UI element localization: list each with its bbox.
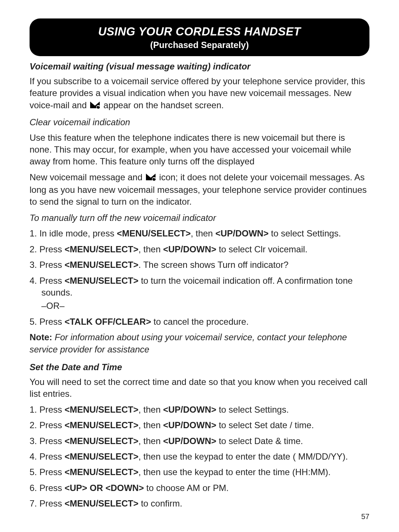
dt-step-4: 4. Press <MENU/SELECT>, then use the key… [30,451,369,463]
key-menu-select: <MENU/SELECT> [65,260,139,270]
text: appear on the handset screen. [101,100,224,110]
datetime-para: You will need to set the correct time an… [30,376,369,400]
text: 5. Press [30,317,65,327]
text: New voicemail message and [30,172,145,182]
key-menu-select: <MENU/SELECT> [117,228,191,238]
key-menu-select: <MENU/SELECT> [65,451,139,461]
text: to select Date & time. [216,436,303,446]
note: Note: For information about using your v… [30,331,369,355]
dt-step-5: 5. Press <MENU/SELECT>, then use the key… [30,466,369,478]
mail-icon [90,100,100,112]
dt-step-7: 7. Press <MENU/SELECT> to confirm. [30,498,369,509]
key-up-down: <UP/DOWN> [163,405,216,415]
step-4-or: –OR– [30,300,369,312]
key-menu-select: <MENU/SELECT> [65,244,139,254]
key-menu-select: <MENU/SELECT> [65,498,139,508]
header-title: USING YOUR CORDLESS HANDSET [37,25,362,38]
key-menu-select: <MENU/SELECT> [65,436,139,446]
page-number: 57 [361,512,369,521]
text: 4. Press [30,451,65,461]
text: , then use the keypad to enter the date … [139,451,348,461]
text: to select Clr voicemail. [216,244,308,254]
step-4: 4. Press <MENU/SELECT> to turn the voice… [30,275,369,299]
text: 6. Press [30,483,65,493]
key-talk-off-clear: <TALK OFF/CLEAR> [65,317,151,327]
section-header: USING YOUR CORDLESS HANDSET (Purchased S… [30,18,369,56]
key-menu-select: <MENU/SELECT> [65,276,139,286]
text: , then [139,420,163,430]
text: to select Set date / time. [216,420,314,430]
clear-para1: Use this feature when the telephone indi… [30,132,369,168]
header-subtitle: (Purchased Separately) [37,40,362,50]
note-body: For information about using your voicema… [30,332,347,354]
clear-para2: New voicemail message and icon; it does … [30,171,369,208]
text: , then [139,244,163,254]
dt-step-6: 6. Press <UP> OR <DOWN> to choose AM or … [30,482,369,494]
datetime-heading: Set the Date and Time [30,362,369,372]
text: 7. Press [30,498,65,508]
key-up-down: <UP/DOWN> [163,244,216,254]
step-3: 3. Press <MENU/SELECT>. The screen shows… [30,259,369,271]
dt-step-1: 1. Press <MENU/SELECT>, then <UP/DOWN> t… [30,404,369,416]
text: to choose AM or PM. [144,483,228,493]
note-label: Note: [30,332,52,342]
mail-icon [146,172,156,184]
datetime-steps: 1. Press <MENU/SELECT>, then <UP/DOWN> t… [30,404,369,510]
text: to confirm. [139,498,183,508]
text: 2. Press [30,244,65,254]
text: 5. Press [30,467,65,477]
text: 4. Press [30,276,65,286]
text: 2. Press [30,420,65,430]
step-5: 5. Press <TALK OFF/CLEAR> to cancel the … [30,316,369,328]
text: 1. Press [30,405,65,415]
clear-heading: Clear voicemail indication [30,117,369,127]
text: , then [139,436,163,446]
text: to cancel the procedure. [151,317,249,327]
text: to select Settings. [269,228,341,238]
voicemail-steps-cont: 5. Press <TALK OFF/CLEAR> to cancel the … [30,316,369,328]
manual-heading: To manually turn off the new voicemail i… [30,213,369,223]
text: 3. Press [30,260,65,270]
text: , then use the keypad to enter the time … [139,467,331,477]
step-1: 1. In idle mode, press <MENU/SELECT>, th… [30,228,369,239]
text: . The screen shows Turn off indicator? [139,260,289,270]
key-menu-select: <MENU/SELECT> [65,405,139,415]
text: , then [191,228,215,238]
text: , then [139,405,163,415]
step-2: 2. Press <MENU/SELECT>, then <UP/DOWN> t… [30,243,369,255]
text: to select Settings. [216,405,289,415]
text: 3. Press [30,436,65,446]
text: 1. In idle mode, press [30,228,117,238]
voicemail-heading: Voicemail waiting (visual message waitin… [30,61,369,72]
key-up-or-down: <UP> OR <DOWN> [65,483,144,493]
voicemail-para1: If you subscribe to a voicemail service … [30,75,369,112]
key-up-down: <UP/DOWN> [163,436,216,446]
key-up-down: <UP/DOWN> [215,228,269,238]
key-menu-select: <MENU/SELECT> [65,420,139,430]
dt-step-3: 3. Press <MENU/SELECT>, then <UP/DOWN> t… [30,435,369,447]
key-menu-select: <MENU/SELECT> [65,467,139,477]
key-up-down: <UP/DOWN> [163,420,216,430]
dt-step-2: 2. Press <MENU/SELECT>, then <UP/DOWN> t… [30,419,369,431]
voicemail-steps: 1. In idle mode, press <MENU/SELECT>, th… [30,228,369,299]
